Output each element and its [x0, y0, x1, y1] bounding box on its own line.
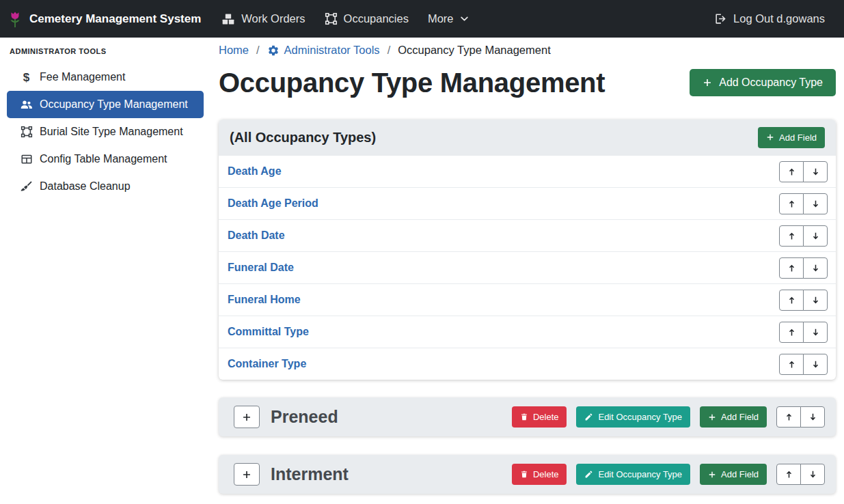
- breadcrumb-separator: /: [387, 44, 391, 57]
- field-row: Death Age Period: [219, 187, 836, 219]
- delete-button[interactable]: Delete: [512, 406, 567, 428]
- sidebar-item-config-table-management[interactable]: Config Table Management: [7, 145, 204, 173]
- field-link[interactable]: Death Date: [228, 229, 285, 242]
- plus-icon: [703, 78, 712, 87]
- move-down-button[interactable]: [803, 354, 828, 375]
- sidebar-item-database-cleanup[interactable]: Database Cleanup: [7, 173, 204, 200]
- breadcrumb-admin-tools-link[interactable]: Administrator Tools: [267, 44, 380, 57]
- sidebar-item-label: Config Table Management: [40, 153, 167, 165]
- move-up-button[interactable]: [779, 161, 804, 182]
- arrow-up-icon: [787, 199, 796, 208]
- breadcrumb-current: Occupancy Type Management: [398, 44, 551, 57]
- field-link[interactable]: Committal Type: [228, 326, 309, 338]
- delete-label: Delete: [533, 412, 559, 422]
- arrow-down-icon: [811, 199, 820, 208]
- move-down-button[interactable]: [803, 322, 828, 343]
- move-down-button[interactable]: [803, 225, 828, 247]
- move-down-button[interactable]: [803, 257, 828, 279]
- expand-section-button[interactable]: [234, 406, 260, 428]
- field-link[interactable]: Death Age Period: [228, 197, 318, 210]
- move-up-button[interactable]: [776, 406, 801, 428]
- arrow-up-icon: [785, 470, 793, 479]
- vector-square-icon: [325, 12, 338, 25]
- arrow-up-icon: [787, 232, 796, 240]
- move-down-button[interactable]: [800, 406, 825, 428]
- move-up-button[interactable]: [779, 257, 804, 279]
- all-occupancy-types-header: (All Occupancy Types) Add Field: [219, 120, 836, 155]
- delete-button[interactable]: Delete: [512, 464, 567, 485]
- field-link[interactable]: Funeral Date: [228, 262, 294, 274]
- field-link[interactable]: Death Age: [228, 165, 282, 178]
- move-down-button[interactable]: [803, 161, 828, 182]
- field-link[interactable]: Funeral Home: [228, 294, 301, 306]
- edit-occupancy-type-button[interactable]: Edit Occupancy Type: [576, 464, 690, 485]
- plus-icon: [766, 133, 774, 141]
- reorder-buttons: [779, 322, 828, 343]
- boxes-icon: [221, 12, 235, 26]
- edit-label: Edit Occupancy Type: [598, 469, 682, 479]
- reorder-buttons: [779, 225, 828, 247]
- arrow-down-icon: [808, 470, 817, 479]
- arrow-down-icon: [811, 328, 820, 337]
- page-layout: Administrator Tools $ Fee Management Occ…: [0, 38, 844, 504]
- move-down-button[interactable]: [800, 464, 825, 485]
- trash-icon: [520, 470, 528, 479]
- field-link[interactable]: Container Type: [228, 358, 306, 370]
- nav-links: Work Orders Occupancies More: [212, 5, 478, 33]
- edit-occupancy-type-button[interactable]: Edit Occupancy Type: [576, 406, 690, 428]
- add-occupancy-type-button[interactable]: Add Occupancy Type: [690, 69, 836, 96]
- sidebar-item-label: Burial Site Type Management: [40, 126, 183, 138]
- plus-icon: [708, 413, 716, 421]
- move-up-button[interactable]: [779, 290, 804, 311]
- sidebar-item-burial-site-type-management[interactable]: Burial Site Type Management: [7, 118, 204, 145]
- sidebar-item-fee-management[interactable]: $ Fee Management: [7, 64, 204, 91]
- section-actions: Delete Edit Occupancy Type Add Field: [512, 406, 825, 428]
- nav-item-more[interactable]: More: [418, 5, 478, 32]
- move-down-button[interactable]: [803, 290, 828, 311]
- move-up-button[interactable]: [779, 193, 804, 214]
- add-field-button[interactable]: Add Field: [700, 406, 767, 428]
- move-up-button[interactable]: [776, 464, 801, 485]
- broom-icon: [19, 180, 33, 193]
- field-row: Committal Type: [219, 316, 836, 348]
- section-title: Interment: [271, 464, 349, 484]
- sidebar-item-label: Fee Management: [40, 71, 125, 83]
- sign-out-icon: [714, 12, 727, 25]
- move-up-button[interactable]: [779, 322, 804, 343]
- reorder-buttons: [779, 161, 828, 182]
- add-field-button[interactable]: Add Field: [700, 464, 767, 485]
- arrow-up-icon: [787, 296, 796, 305]
- arrow-down-icon: [808, 412, 817, 421]
- nav-item-work-orders[interactable]: Work Orders: [212, 5, 314, 33]
- arrow-down-icon: [811, 296, 820, 305]
- nav-item-label: Occupancies: [344, 12, 409, 25]
- page-title: Occupancy Type Management: [219, 66, 605, 99]
- edit-label: Edit Occupancy Type: [598, 412, 682, 422]
- occupancy-type-section-preneed: Preneed Delete Edit Occupancy Type Add F…: [219, 397, 836, 436]
- move-up-button[interactable]: [779, 354, 804, 375]
- field-row: Death Age: [219, 155, 836, 187]
- table-icon: [19, 153, 33, 165]
- trash-icon: [520, 412, 528, 421]
- sidebar-item-occupancy-type-management[interactable]: Occupancy Type Management: [7, 91, 204, 118]
- section-actions: Delete Edit Occupancy Type Add Field: [512, 464, 825, 485]
- breadcrumb: Home / Administrator Tools / Occupancy T…: [219, 38, 836, 66]
- breadcrumb-home-link[interactable]: Home: [219, 44, 249, 57]
- flower-logo-icon: [7, 10, 23, 28]
- expand-section-button[interactable]: [234, 463, 260, 486]
- reorder-buttons: [779, 290, 828, 311]
- move-down-button[interactable]: [803, 193, 828, 214]
- vector-square-icon: [19, 126, 33, 138]
- reorder-buttons: [779, 354, 828, 375]
- brand[interactable]: Cemetery Management System: [7, 10, 201, 28]
- move-up-button[interactable]: [779, 225, 804, 247]
- reorder-buttons: [779, 257, 828, 279]
- brand-title: Cemetery Management System: [29, 12, 201, 26]
- logout-button[interactable]: Log Out d.gowans: [705, 5, 834, 32]
- chevron-down-icon: [460, 14, 469, 23]
- add-field-label: Add Field: [721, 412, 759, 422]
- add-field-button[interactable]: Add Field: [758, 127, 825, 148]
- reorder-buttons: [776, 406, 825, 428]
- add-field-label: Add Field: [779, 132, 817, 143]
- nav-item-occupancies[interactable]: Occupancies: [315, 5, 418, 32]
